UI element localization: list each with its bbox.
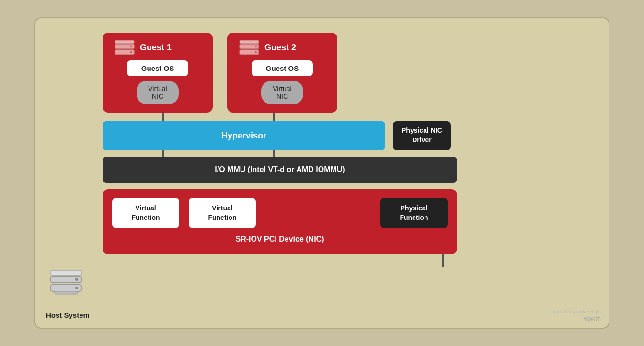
hypervisor-bar: Hypervisor <box>103 121 385 150</box>
sriov-label: SR-IOV PCI Device (NIC) <box>112 235 448 243</box>
guest2-title: Guest 2 <box>264 43 296 53</box>
main-diagram: Guest 1 Guest OS VirtualNIC Guest 2 Gues… <box>34 17 610 329</box>
physical-nic-driver: Physical NICDriver <box>393 121 451 150</box>
sriov-row: VirtualFunction VirtualFunction Physical… <box>103 189 599 254</box>
guest1-title: Guest 1 <box>140 43 172 53</box>
guest2-nic: VirtualNIC <box>261 81 303 104</box>
sriov-box: VirtualFunction VirtualFunction Physical… <box>103 189 457 254</box>
svg-point-14 <box>255 51 257 53</box>
svg-point-18 <box>75 278 78 281</box>
guests-row: Guest 1 Guest OS VirtualNIC Guest 2 Gues… <box>103 33 599 113</box>
server-icon-guest2 <box>239 39 260 56</box>
sriov-functions-row: VirtualFunction VirtualFunction Physical… <box>112 198 448 228</box>
guest1-nic: VirtualNIC <box>137 81 178 104</box>
svg-point-19 <box>75 287 78 289</box>
svg-point-8 <box>130 46 132 47</box>
iommu-label: I/O MMU (Intel VT-d or AMD IOMMU) <box>215 165 345 174</box>
hypervisor-label: Hypervisor <box>221 131 266 141</box>
physical-function: PhysicalFunction <box>380 198 448 228</box>
watermark-url: https://blog.csdn.net/jm <box>552 309 601 314</box>
guest1-box: Guest 1 Guest OS VirtualNIC <box>103 33 213 113</box>
svg-point-13 <box>255 46 257 47</box>
guest1-title-row: Guest 1 <box>114 39 201 56</box>
svg-rect-20 <box>51 270 81 275</box>
guest2-title-row: Guest 2 <box>239 39 326 56</box>
server-icon-guest1 <box>114 39 135 56</box>
svg-point-9 <box>130 51 132 53</box>
iommu-row: I/O MMU (Intel VT-d or AMD IOMMU) <box>103 157 599 183</box>
svg-rect-15 <box>240 40 259 44</box>
hypervisor-row: Hypervisor Physical NICDriver <box>103 121 599 150</box>
host-server-icon-area <box>49 269 83 295</box>
virtual-function-1: VirtualFunction <box>112 198 179 228</box>
guest1-os: Guest OS <box>127 60 188 76</box>
svg-rect-21 <box>55 291 78 294</box>
host-system-label: Host System <box>46 311 90 319</box>
iommu-bar: I/O MMU (Intel VT-d or AMD IOMMU) <box>103 157 457 183</box>
guest2-box: Guest 2 Guest OS VirtualNIC <box>227 33 337 113</box>
watermark-id: #59675 <box>583 316 601 322</box>
guest2-os: Guest OS <box>252 60 313 76</box>
svg-rect-10 <box>115 40 134 44</box>
host-server-icon <box>49 269 83 295</box>
virtual-function-2: VirtualFunction <box>189 198 256 228</box>
